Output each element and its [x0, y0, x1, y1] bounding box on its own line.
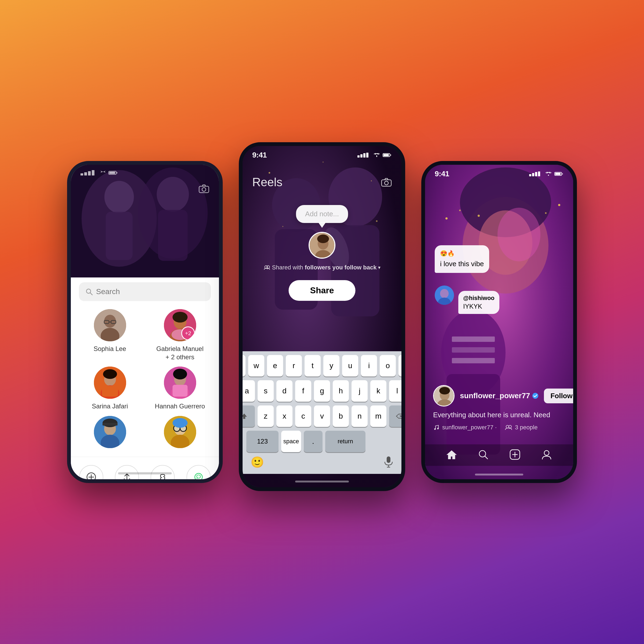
svg-point-8 — [202, 188, 206, 191]
key-a[interactable]: a — [239, 380, 255, 402]
svg-rect-87 — [387, 456, 390, 463]
key-space[interactable]: space — [281, 431, 301, 452]
nav-profile[interactable] — [541, 449, 552, 462]
key-x[interactable]: x — [276, 405, 292, 427]
profile-avatar — [433, 385, 455, 407]
music-icon — [433, 424, 440, 431]
contact-hannah[interactable]: Hannah Guerrero — [146, 367, 214, 410]
svg-point-19 — [104, 315, 116, 328]
music-text: sunflower_power77 · — [442, 424, 497, 431]
key-shift[interactable] — [239, 405, 255, 427]
key-j[interactable]: j — [352, 380, 368, 402]
svg-rect-76 — [390, 154, 391, 156]
key-delete[interactable] — [389, 405, 405, 427]
reels-title: Reels — [252, 175, 283, 189]
search-bar[interactable] — [79, 282, 211, 301]
key-w[interactable]: w — [248, 355, 264, 376]
key-s[interactable]: s — [258, 380, 274, 402]
svg-rect-109 — [538, 171, 540, 176]
contact-6[interactable] — [146, 416, 214, 451]
nav-create[interactable] — [509, 449, 521, 462]
svg-point-131 — [544, 451, 549, 455]
key-y[interactable]: y — [323, 355, 339, 376]
key-r[interactable]: r — [286, 355, 302, 376]
key-q[interactable]: q — [239, 355, 246, 376]
svg-rect-45 — [103, 423, 118, 426]
contact-sophia[interactable]: Sophia Lee — [76, 309, 144, 361]
svg-point-35 — [103, 369, 117, 379]
chat-bubble-love: 😍🔥 i love this vibe — [435, 245, 489, 273]
svg-rect-106 — [529, 174, 531, 176]
mic-key[interactable] — [384, 456, 393, 470]
svg-rect-72 — [366, 153, 368, 158]
svg-point-120 — [439, 387, 450, 394]
note-placeholder: Add note... — [305, 210, 339, 218]
right-content: 9:41 😍🔥 — [425, 165, 573, 479]
emoji-key[interactable]: 🙂 — [251, 456, 264, 470]
key-d[interactable]: d — [276, 380, 292, 402]
time-center: 9:41 — [252, 151, 267, 159]
nav-search[interactable] — [477, 449, 489, 462]
key-n[interactable]: n — [352, 405, 368, 427]
share-button[interactable]: Share — [289, 280, 356, 301]
svg-rect-7 — [199, 186, 209, 193]
key-f[interactable]: f — [295, 380, 311, 402]
svg-point-121 — [532, 393, 538, 399]
key-i[interactable]: i — [361, 355, 377, 376]
camera-icon-center[interactable] — [381, 178, 392, 187]
svg-point-52 — [173, 418, 188, 428]
whatsapp-icon — [186, 465, 211, 483]
search-input[interactable] — [96, 287, 204, 296]
time-right: 9:41 — [435, 170, 449, 178]
camera-icon[interactable] — [199, 184, 209, 196]
left-bg-area — [71, 165, 219, 277]
home-indicator-center — [295, 481, 349, 482]
key-h[interactable]: h — [333, 380, 349, 402]
key-p[interactable]: p — [398, 355, 405, 376]
reels-header: Reels — [243, 159, 401, 194]
key-k[interactable]: k — [370, 380, 386, 402]
svg-rect-34 — [102, 386, 118, 397]
keyboard-row-2: a s d f g h j k l — [245, 380, 399, 402]
contact-sarina[interactable]: Sarina Jafari — [76, 367, 144, 410]
keyboard-extras: 🙂 — [245, 452, 399, 471]
contacts-grid: Sophia Lee +2 — [71, 309, 219, 451]
shared-with-text: Shared with followers you follow back ▾ — [264, 264, 381, 271]
key-b[interactable]: b — [333, 405, 349, 427]
svg-point-73 — [376, 156, 377, 157]
chat-text-hishi: IYKYK — [463, 303, 482, 310]
contact-gabriela[interactable]: +2 Gabriela Manuel + 2 others — [146, 309, 214, 361]
svg-rect-9 — [81, 173, 83, 175]
key-l[interactable]: l — [389, 380, 405, 402]
key-m[interactable]: m — [370, 405, 386, 427]
avatar-5 — [94, 416, 126, 448]
home-indicator-left — [118, 472, 172, 474]
key-g[interactable]: g — [314, 380, 330, 402]
keyboard-row-4: 123 space . return — [245, 431, 399, 452]
profile-username: sunflower_power77 — [460, 391, 539, 400]
contact-5[interactable] — [76, 416, 144, 451]
svg-point-78 — [385, 181, 388, 185]
whatsapp-action[interactable]: What — [186, 465, 211, 483]
shared-with-bold: followers you follow back — [305, 264, 377, 271]
key-e[interactable]: e — [267, 355, 283, 376]
svg-rect-112 — [555, 173, 561, 175]
follow-button[interactable]: Follow — [544, 389, 577, 403]
key-o[interactable]: o — [380, 355, 396, 376]
add-to-story-action[interactable]: to story — [79, 465, 103, 483]
key-t[interactable]: t — [305, 355, 321, 376]
key-return[interactable]: return — [325, 431, 365, 452]
svg-point-115 — [440, 289, 449, 298]
note-bubble[interactable]: Add note... — [296, 205, 348, 223]
avatar-6 — [164, 416, 196, 448]
key-c[interactable]: c — [295, 405, 311, 427]
key-period[interactable]: . — [304, 431, 323, 452]
home-indicator-right — [475, 474, 523, 475]
key-u[interactable]: u — [342, 355, 358, 376]
key-v[interactable]: v — [314, 405, 330, 427]
avatar-gabriela: +2 — [164, 309, 196, 341]
key-numbers[interactable]: 123 — [246, 431, 279, 452]
people-icon — [505, 425, 512, 430]
nav-home[interactable] — [446, 449, 458, 462]
key-z[interactable]: z — [258, 405, 274, 427]
